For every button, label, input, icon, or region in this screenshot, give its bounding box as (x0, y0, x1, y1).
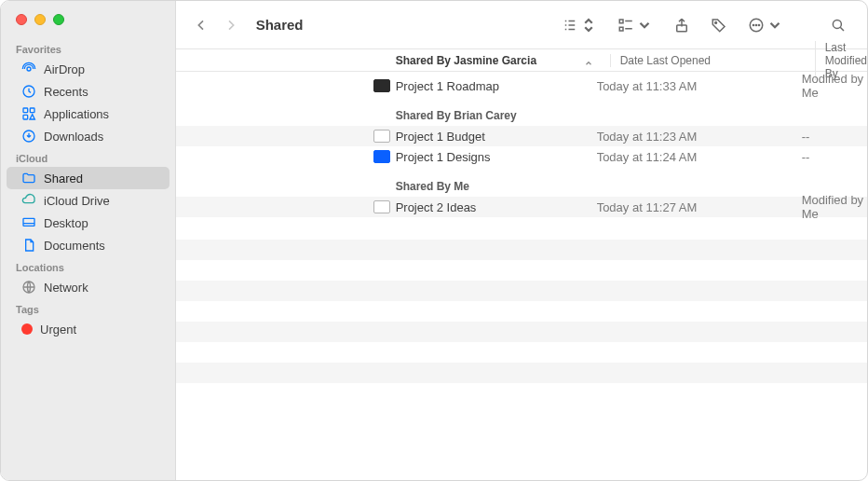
tags-button[interactable] (705, 14, 733, 36)
svg-point-0 (27, 67, 31, 71)
sidebar-section-favorites: Favorites (1, 38, 175, 58)
column-header-row: Shared By Jasmine Garcia Date Last Opene… (176, 49, 867, 72)
file-list: Project 1 Roadmap Today at 11:33 AM Modi… (176, 72, 867, 480)
sidebar-item-applications[interactable]: Applications (7, 103, 170, 125)
svg-point-16 (833, 20, 841, 28)
file-name: Project 1 Designs (396, 150, 491, 164)
file-date: Today at 11:23 AM (588, 130, 793, 144)
window-title: Shared (256, 17, 304, 33)
column-header-name-label: Shared By Jasmine Garcia (396, 54, 536, 67)
sort-ascending-icon (584, 58, 593, 71)
globe-icon (21, 280, 36, 295)
svg-rect-6 (23, 218, 34, 226)
search-button[interactable] (824, 14, 852, 36)
view-mode-list-button[interactable] (556, 14, 603, 36)
main-panel: Shared (176, 1, 867, 480)
sidebar-item-tag-urgent[interactable]: Urgent (7, 318, 170, 340)
sidebar-item-shared[interactable]: Shared (7, 167, 170, 189)
svg-rect-4 (23, 115, 28, 119)
share-button[interactable] (668, 14, 696, 36)
sidebar: Favorites AirDrop Recents Applications D… (1, 1, 176, 480)
nav-back-button[interactable] (191, 15, 211, 35)
doc-icon (21, 238, 36, 253)
svg-rect-9 (619, 27, 623, 31)
sidebar-section-tags: Tags (1, 298, 175, 318)
file-date: Today at 11:24 AM (588, 150, 793, 164)
sidebar-item-label: iCloud Drive (44, 194, 110, 208)
window-controls (1, 10, 175, 38)
nav-forward-button[interactable] (221, 15, 241, 35)
file-name: Project 2 Ideas (396, 200, 477, 214)
file-row[interactable]: Project 1 Designs Today at 11:24 AM -- (176, 146, 867, 167)
svg-point-11 (715, 21, 717, 23)
sidebar-item-downloads[interactable]: Downloads (7, 125, 170, 147)
chevron-down-icon (636, 17, 653, 34)
sidebar-item-airdrop[interactable]: AirDrop (7, 58, 170, 80)
sidebar-item-label: AirDrop (44, 62, 85, 76)
svg-rect-3 (30, 108, 34, 113)
svg-point-15 (758, 24, 759, 25)
chevron-updown-icon (580, 17, 597, 34)
sidebar-item-documents[interactable]: Documents (7, 234, 170, 256)
sidebar-item-network[interactable]: Network (7, 276, 170, 298)
file-date: Today at 11:33 AM (588, 79, 793, 93)
sidebar-item-label: Documents (44, 239, 105, 253)
svg-rect-8 (619, 20, 623, 23)
file-icon (373, 150, 390, 163)
empty-list-background (176, 217, 867, 383)
sidebar-item-label: Recents (44, 85, 88, 99)
file-row[interactable]: Project 1 Budget Today at 11:23 AM -- (176, 126, 867, 146)
desktop-icon (21, 215, 36, 230)
file-name: Project 1 Roadmap (396, 79, 499, 93)
svg-point-14 (755, 24, 756, 25)
sidebar-section-icloud: iCloud (1, 147, 175, 167)
apps-icon (21, 106, 36, 121)
svg-point-13 (753, 24, 753, 25)
clock-icon (21, 84, 36, 99)
sidebar-item-label: Urgent (40, 323, 76, 337)
cloud-icon (21, 193, 36, 208)
more-actions-button[interactable] (742, 14, 789, 36)
sidebar-item-label: Network (44, 281, 88, 295)
download-icon (21, 129, 36, 144)
column-header-name[interactable]: Shared By Jasmine Garcia (396, 54, 610, 67)
file-modified-by: -- (793, 150, 867, 164)
sidebar-item-label: Shared (44, 172, 83, 186)
file-modified-by: Modified by Me (793, 193, 867, 221)
sidebar-item-label: Applications (44, 107, 109, 121)
file-icon (373, 79, 390, 92)
sidebar-item-desktop[interactable]: Desktop (7, 212, 170, 234)
group-header: Shared By Me (176, 167, 867, 197)
file-row[interactable]: Project 1 Roadmap Today at 11:33 AM Modi… (176, 76, 867, 96)
sidebar-item-label: Desktop (44, 216, 88, 230)
chevron-down-icon (766, 17, 783, 34)
file-date: Today at 11:27 AM (588, 200, 793, 214)
file-icon (373, 200, 390, 213)
file-name: Project 1 Budget (396, 130, 485, 144)
sidebar-section-locations: Locations (1, 256, 175, 276)
group-by-button[interactable] (612, 14, 658, 36)
finder-window: Favorites AirDrop Recents Applications D… (0, 0, 868, 481)
file-icon (373, 130, 390, 143)
minimize-window-button[interactable] (34, 14, 46, 25)
file-modified-by: Modified by Me (793, 72, 867, 100)
sidebar-item-label: Downloads (44, 130, 103, 144)
airdrop-icon (21, 62, 36, 76)
sidebar-item-recents[interactable]: Recents (7, 80, 170, 103)
toolbar: Shared (176, 1, 867, 49)
shared-folder-icon (21, 171, 36, 186)
file-modified-by: -- (793, 130, 867, 144)
tag-dot-icon (21, 323, 33, 335)
close-window-button[interactable] (16, 14, 27, 25)
sidebar-item-icloud-drive[interactable]: iCloud Drive (7, 189, 170, 212)
column-header-date[interactable]: Date Last Opened (610, 54, 815, 67)
fullscreen-window-button[interactable] (53, 14, 64, 25)
group-header: Shared By Brian Carey (176, 96, 867, 126)
svg-rect-2 (23, 108, 28, 113)
file-row[interactable]: Project 2 Ideas Today at 11:27 AM Modifi… (176, 197, 867, 217)
